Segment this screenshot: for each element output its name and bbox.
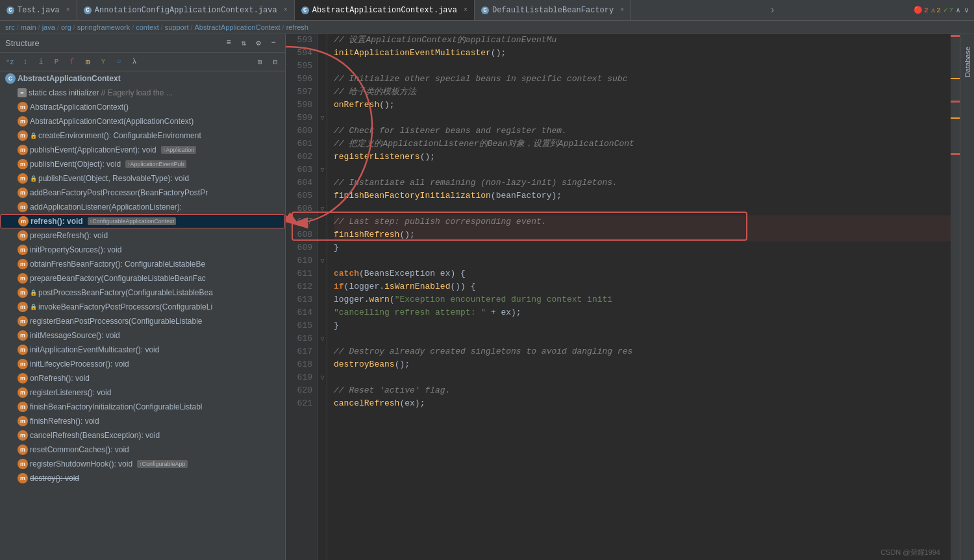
toolbar-sort-alpha[interactable]: ᵃz: [3, 55, 17, 69]
toolbar-show-public[interactable]: P: [49, 55, 64, 69]
toolbar-show-fields[interactable]: f: [65, 55, 79, 69]
structure-item-publish-3[interactable]: m 🔒 publishEvent(Object, ResolvableType)…: [0, 171, 285, 186]
method-icon-preparerefresh: m: [18, 230, 28, 241]
structure-item-create-env[interactable]: m 🔒 createEnvironment(): ConfigurableEnv…: [0, 128, 285, 143]
editor-scrollbar[interactable]: [951, 34, 960, 560]
scroll-marker-error-1: [951, 35, 960, 37]
toolbar-expand-all[interactable]: ⊞: [253, 55, 267, 69]
structure-item-ctor-2[interactable]: m AbstractApplicationContext(Application…: [0, 114, 285, 128]
bc-src[interactable]: src: [5, 23, 15, 31]
structure-item-initmsg[interactable]: m initMessageSource(): void: [0, 328, 285, 343]
line-612: 612: [286, 280, 312, 293]
database-sidebar[interactable]: Database: [960, 34, 974, 560]
line-597: 597: [286, 86, 312, 99]
tab-overflow-button[interactable]: ›: [764, 5, 781, 16]
scroll-marker-warning-2: [951, 117, 960, 119]
publish1-badge: ↑Application: [161, 146, 197, 154]
structure-item-finishbfinit[interactable]: m finishBeanFactoryInitialization(Config…: [0, 400, 285, 414]
line-593: 593: [286, 34, 312, 47]
structure-item-destroy[interactable]: m destroy(): void: [0, 471, 285, 485]
structure-item-finishrefresh[interactable]: m finishRefresh(): void: [0, 414, 285, 428]
fold-icon-606[interactable]: ▽: [318, 202, 327, 215]
structure-item-cancelrefresh[interactable]: m cancelRefresh(BeansException): void: [0, 428, 285, 443]
toolbar-show-filter[interactable]: Y: [96, 55, 110, 69]
database-label[interactable]: Database: [964, 47, 971, 77]
code-content[interactable]: // 设置ApplicationContext的applicationEvent…: [327, 34, 951, 560]
navigation-arrows[interactable]: ∧ ∨: [956, 6, 969, 14]
code-line-601: // 把定义的ApplicationListener的Bean对象，设置到App…: [334, 138, 951, 151]
bc-main[interactable]: main: [21, 23, 36, 31]
fold-icon-610[interactable]: ▽: [318, 254, 327, 267]
structure-item-onrefresh[interactable]: m onRefresh(): void: [0, 371, 285, 385]
sort-icon[interactable]: ⇅: [237, 36, 250, 49]
structure-item-initlcp[interactable]: m initLifecycleProcessor(): void: [0, 357, 285, 371]
tab-abstract-java[interactable]: C AbstractApplicationContext.java ×: [295, 0, 475, 20]
code-line-613: logger.warn("Exception encountered durin…: [334, 293, 951, 306]
settings-icon[interactable]: ⚙: [252, 36, 265, 49]
structure-item-initaem[interactable]: m initApplicationEventMulticaster(): voi…: [0, 343, 285, 357]
fold-icon-618[interactable]: ▽: [318, 371, 327, 384]
tab-close-test[interactable]: ×: [66, 6, 70, 14]
line-611: 611: [286, 267, 312, 280]
method-icon-registerbpp: m: [18, 316, 28, 326]
structure-item-resetcaches[interactable]: m resetCommonCaches(): void: [0, 443, 285, 457]
tab-close-default[interactable]: ×: [620, 6, 624, 14]
bc-support[interactable]: support: [165, 23, 189, 31]
toolbar-lambda[interactable]: λ: [127, 55, 142, 69]
structure-item-publish-1[interactable]: m publishEvent(ApplicationEvent): void ↑…: [0, 143, 285, 157]
structure-item-preparerefresh[interactable]: m prepareRefresh(): void: [0, 228, 285, 243]
toolbar-sort-type[interactable]: ↕: [18, 55, 32, 69]
structure-item-reglisteners[interactable]: m registerListeners(): void: [0, 385, 285, 400]
structure-item-registerbpp[interactable]: m registerBeanPostProcessors(Configurabl…: [0, 314, 285, 328]
structure-item-obtainfresh[interactable]: m obtainFreshBeanFactory(): Configurable…: [0, 257, 285, 271]
code-line-598: onRefresh();: [334, 99, 951, 112]
tab-annotation-java[interactable]: C AnnotationConfigApplicationContext.jav…: [77, 0, 295, 20]
structure-item-preparebf[interactable]: m prepareBeanFactory(ConfigurableListabl…: [0, 271, 285, 286]
editor-area: 593 594 595 596 597 598 599 600 601 602 …: [286, 34, 960, 560]
error-badge: 🔴 2: [914, 6, 929, 14]
method-icon-destroy: m: [18, 473, 28, 483]
structure-item-ctor-1[interactable]: m AbstractApplicationContext(): [0, 100, 285, 114]
minimize-icon[interactable]: −: [267, 36, 280, 49]
structure-item-static-init[interactable]: = static class initializer // Eagerly lo…: [0, 86, 285, 100]
structure-item-postprocessbf[interactable]: m 🔒 postProcessBeanFactory(ConfigurableL…: [0, 286, 285, 300]
line-614: 614: [286, 306, 312, 319]
align-icon[interactable]: ≡: [222, 36, 235, 49]
fold-icon-603[interactable]: ▽: [318, 164, 327, 177]
fold-icon-615[interactable]: ▽: [318, 332, 327, 345]
line-601: 601: [286, 138, 312, 151]
code-line-614: "cancelling refresh attempt: " + ex);: [334, 306, 951, 319]
structure-item-regshutdown[interactable]: m registerShutdownHook(): void ↑Configur…: [0, 457, 285, 471]
structure-item-publish-2[interactable]: m publishEvent(Object): void ↑Applicatio…: [0, 157, 285, 171]
toolbar-show-anonymous[interactable]: ○: [112, 55, 126, 69]
bc-springframework[interactable]: springframework: [77, 23, 130, 31]
tab-test-java[interactable]: C Test.java ×: [0, 0, 77, 20]
tab-close-abstract[interactable]: ×: [464, 6, 468, 14]
bc-java[interactable]: java: [42, 23, 55, 31]
scroll-marker-warning-1: [951, 78, 960, 79]
line-607: 607: [286, 215, 312, 228]
bc-org[interactable]: org: [61, 23, 71, 31]
tab-close-annotation[interactable]: ×: [284, 6, 288, 14]
class-icon: C: [5, 73, 16, 84]
bc-context[interactable]: context: [136, 23, 158, 31]
code-line-596: // Initialize other special beans in spe…: [334, 73, 951, 86]
fold-icon-599[interactable]: ▽: [318, 112, 327, 125]
bc-abstract-class[interactable]: AbstractApplicationContext: [195, 23, 281, 31]
structure-item-invokebfpp[interactable]: m 🔒 invokeBeanFactoryPostProcessors(Conf…: [0, 300, 285, 314]
bc-refresh[interactable]: refresh: [286, 23, 308, 31]
structure-item-addal[interactable]: m addApplicationListener(ApplicationList…: [0, 200, 285, 214]
method-icon-initaem: m: [18, 345, 28, 355]
code-line-606: [334, 202, 951, 215]
structure-item-refresh[interactable]: m refresh(): void ↑ConfigurableApplicati…: [0, 214, 285, 228]
tab-default-java[interactable]: C DefaultListableBeanFactory ×: [475, 0, 631, 20]
structure-item-root[interactable]: C AbstractApplicationContext: [0, 71, 285, 86]
addal-label: addApplicationListener(ApplicationListen…: [30, 202, 182, 212]
toolbar-show-inherited[interactable]: i: [34, 55, 48, 69]
code-container[interactable]: 593 594 595 596 597 598 599 600 601 602 …: [286, 34, 960, 560]
structure-item-initpropsrc[interactable]: m initPropertySources(): void: [0, 243, 285, 257]
toolbar-collapse-all[interactable]: ⊟: [268, 55, 282, 69]
structure-item-addbfpp[interactable]: m addBeanFactoryPostProcessor(BeanFactor…: [0, 186, 285, 200]
toolbar-show-methods[interactable]: ⊞: [81, 55, 95, 69]
tab-icon-abstract: C: [301, 6, 309, 14]
